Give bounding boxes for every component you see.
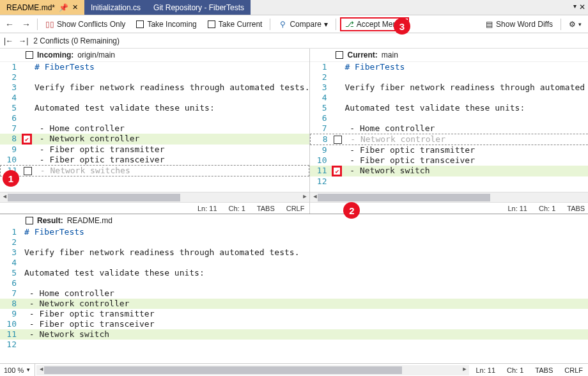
code-text: # FiberTests [32,62,309,72]
merge-panels: Incoming: origin/main 1# FiberTests 2 3V… [0,49,588,214]
panel-icon [26,51,33,59]
gear-icon: ⚙ [569,20,576,29]
current-branch: main [382,51,398,59]
conflicts-navigation-bar: |← →| 2 Conflicts (0 Remaining) [0,33,588,49]
code-text: - Fiber optic transceiver [32,155,309,165]
code-text: Automated test validate these units: [342,103,588,113]
status-tabs: TABS [535,366,553,374]
scroll-thumb[interactable] [8,194,180,201]
horizontal-scrollbar[interactable]: ◄ ► [36,365,469,375]
tab-initialization[interactable]: Initialization.cs [84,0,147,15]
status-tabs: TABS [257,205,275,212]
scroll-thumb[interactable] [44,366,402,374]
code-text: Verify fiber network readiness through a… [22,247,588,258]
show-conflicts-only-button[interactable]: ▯▯ Show Conflicts Only [42,19,129,30]
pin-icon[interactable]: 📌 [59,3,68,12]
code-text: - Network controler [343,134,588,145]
conflicts-count-label: 2 Conflicts (0 Remaining) [33,36,120,45]
current-panel: Current: main 1# FiberTests 2 3Verify fi… [310,49,588,214]
document-tabs: README.md* 📌 ✕ Initialization.cs Git Rep… [0,0,588,15]
callout-1: 1 [3,170,19,187]
scroll-left-icon[interactable]: ◄ [312,193,318,200]
tab-readme[interactable]: README.md* 📌 ✕ [0,0,84,15]
result-filename: README.md [67,216,112,225]
code-text: Automated test validate these units: [22,268,588,278]
incoming-label: Incoming: [37,51,74,59]
code-text: - Home controller [32,123,309,134]
compare-button[interactable]: ⚲ Compare ▾ [274,19,331,30]
separator [561,19,561,30]
panel-icon [26,217,33,224]
tab-label: Git Repository - FiberTests [153,3,244,12]
code-text: - Fiber optic transceiver [22,319,588,329]
take-incoming-button[interactable]: Take Incoming [132,19,200,30]
code-text: Verify fiber network readiness through a… [342,82,588,93]
bottom-bar: 100 % ▼ ◄ ► Ln: 11 Ch: 1 TABS CRLF [0,363,588,376]
incoming-code[interactable]: 1# FiberTests 2 3Verify fiber network re… [0,62,309,192]
code-text: - Network controller [32,134,309,145]
status-ch: Ch: 1 [229,205,245,212]
conflict-checkbox-current-1[interactable] [334,136,342,144]
code-text: - Network switches [33,166,309,176]
tab-label: Initialization.cs [91,3,141,12]
code-text: - Home controller [342,123,588,134]
tab-git-repository[interactable]: Git Repository - FiberTests [147,0,251,15]
forward-arrow-icon[interactable]: → [19,19,33,29]
settings-button[interactable]: ⚙ ▾ [565,19,585,30]
close-icon[interactable]: ✕ [72,3,78,12]
incoming-header: Incoming: origin/main [0,49,309,62]
current-code[interactable]: 1# FiberTests 2 3Verify fiber network re… [310,62,588,192]
conflicts-icon: ▯▯ [45,20,54,29]
incoming-branch: origin/main [77,51,115,59]
merge-toolbar: ← → ▯▯ Show Conflicts Only Take Incoming… [0,15,588,33]
scroll-thumb[interactable] [318,194,490,201]
next-conflict-icon[interactable]: →| [19,36,28,45]
scroll-left-icon[interactable]: ◄ [2,193,8,200]
scroll-left-icon[interactable]: ◄ [38,366,44,372]
horizontal-scrollbar[interactable]: ◄ ► [0,192,309,202]
panel-icon [336,51,343,59]
tab-label: README.md* [6,3,55,12]
horizontal-scrollbar[interactable]: ◄ ► [310,192,588,202]
zoom-label: 100 % [4,366,24,374]
result-status-bar: Ln: 11 Ch: 1 TABS CRLF [470,366,588,374]
status-tabs: TABS [567,205,585,212]
status-ch: Ch: 1 [539,205,555,212]
chevron-down-icon: ▼ [26,367,31,373]
code-text: - Fiber optic transceiver [342,155,588,166]
zoom-dropdown[interactable]: 100 % ▼ [0,364,35,376]
code-text: # FiberTests [342,62,588,72]
word-diffs-icon: ▤ [484,20,493,29]
separator [37,19,38,30]
button-label: Take Incoming [147,20,196,29]
prev-conflict-icon[interactable]: |← [4,36,13,45]
take-incoming-icon [135,20,144,29]
code-text: Automated test validate these units: [32,103,309,113]
conflict-checkbox-incoming-1[interactable]: ✔ [22,134,32,145]
window-close-icon[interactable]: ✕ [579,3,585,12]
take-current-button[interactable]: Take Current [203,19,267,30]
current-label: Current: [347,51,377,59]
code-text: - Fiber optic transmitter [32,145,309,155]
back-arrow-icon[interactable]: ← [3,19,17,29]
button-label: Show Word Diffs [496,20,553,29]
incoming-status-bar: Ln: 11 Ch: 1 TABS CRLF [0,202,309,214]
callout-3: 3 [394,18,410,35]
scroll-right-icon[interactable]: ► [302,193,308,200]
show-word-diffs-button[interactable]: ▤ Show Word Diffs [481,19,557,30]
code-text: - Fiber optic transmitter [342,145,588,155]
chevron-down-icon: ▾ [578,21,582,27]
tab-overflow-icon[interactable]: ▾ [573,3,576,10]
conflict-checkbox-current-2[interactable]: ✔ [332,166,342,176]
merge-icon: ⎇ [345,20,354,29]
button-label: Take Current [219,20,263,29]
status-ch: Ch: 1 [507,366,523,374]
compare-icon: ⚲ [278,20,287,29]
conflict-checkbox-incoming-2[interactable] [24,167,32,175]
button-label: Compare [290,20,321,29]
button-label: Show Conflicts Only [57,20,125,29]
result-header: Result: README.md [0,214,588,227]
scroll-right-icon[interactable]: ► [462,366,468,372]
result-code[interactable]: 1# FiberTests 2 3Verify fiber network re… [0,227,588,351]
code-text: - Home controller [22,288,588,299]
